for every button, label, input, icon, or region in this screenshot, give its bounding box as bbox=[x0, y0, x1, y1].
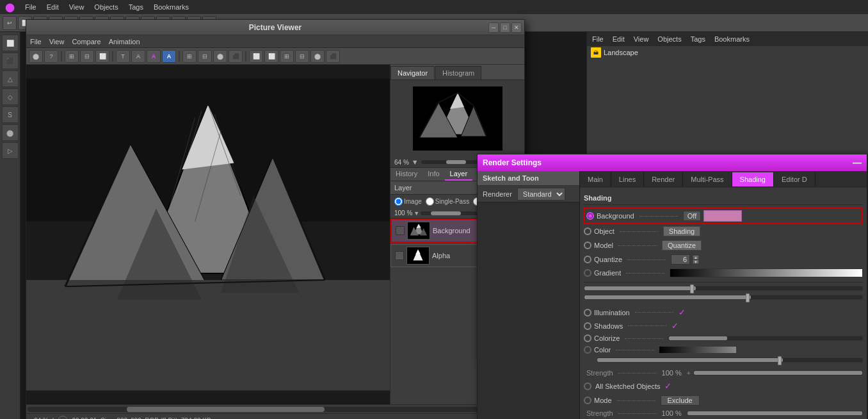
rs-illumination-radio[interactable] bbox=[584, 309, 591, 316]
rs-shadows-radio[interactable] bbox=[584, 322, 591, 330]
pv-tb-btn-7[interactable]: A bbox=[131, 50, 145, 63]
tab-shading[interactable]: Shading bbox=[732, 172, 774, 186]
c4d-sb-icon-1[interactable]: ⬜ bbox=[2, 35, 19, 51]
pv-tb-btn-3[interactable]: ⊞ bbox=[65, 50, 79, 63]
rs-quantize-spin-dn[interactable]: ▼ bbox=[693, 259, 699, 264]
c4d-objmgr-menu-file[interactable]: File bbox=[592, 35, 604, 43]
c4d-sb-icon-5[interactable]: S bbox=[2, 106, 19, 123]
c4d-menu-file[interactable]: File bbox=[25, 3, 36, 11]
c4d-objmgr-menu-objects[interactable]: Objects bbox=[657, 35, 681, 43]
pv-close-button[interactable]: ✕ bbox=[511, 22, 522, 33]
rs-background-value-box[interactable] bbox=[703, 210, 742, 222]
tab-main[interactable]: Main bbox=[580, 172, 611, 186]
rs-colorize-radio[interactable] bbox=[584, 334, 591, 342]
rs-bottom-strength-slider[interactable] bbox=[687, 411, 863, 416]
rs-quantize-radio[interactable] bbox=[584, 256, 591, 263]
pv-tb-btn-13[interactable]: ⬛ bbox=[229, 50, 243, 63]
c4d-menu-bookmarks[interactable]: Bookmarks bbox=[154, 3, 189, 11]
rs-slider-thumb-1[interactable] bbox=[690, 284, 694, 293]
c4d-objmgr-menu-tags[interactable]: Tags bbox=[691, 35, 705, 43]
layer-visibility-check-bg[interactable] bbox=[396, 226, 405, 235]
rs-quantize-spin-up[interactable]: ▲ bbox=[693, 255, 699, 259]
pv-tb-btn-2[interactable]: ? bbox=[44, 50, 58, 63]
rs-background-off-btn[interactable]: Off bbox=[683, 211, 701, 221]
rs-shading-section-title: Shading bbox=[584, 192, 863, 205]
pv-minimize-button[interactable]: ─ bbox=[488, 22, 499, 33]
rs-slider-track-1[interactable] bbox=[584, 286, 863, 291]
c4d-objmgr-menu-view[interactable]: View bbox=[634, 35, 649, 43]
rs-color-gradient[interactable] bbox=[659, 347, 736, 353]
layer-opt-singlepass[interactable]: Single-Pass bbox=[426, 197, 469, 206]
pv-maximize-button[interactable]: □ bbox=[500, 22, 510, 33]
rs-colorize-track[interactable] bbox=[668, 336, 863, 341]
rs-strength-fill bbox=[694, 371, 862, 375]
pv-tb-btn-11[interactable]: ⊟ bbox=[198, 50, 212, 63]
rs-slider-track-2[interactable] bbox=[584, 295, 863, 300]
rs-color-slider-track[interactable] bbox=[597, 357, 863, 363]
rs-slider-thumb-2[interactable] bbox=[746, 293, 750, 302]
c4d-sb-icon-3[interactable]: △ bbox=[2, 70, 19, 87]
c4d-objmgr-menu-bookmarks[interactable]: Bookmarks bbox=[714, 35, 750, 43]
c4d-objmgr-menu-edit[interactable]: Edit bbox=[613, 35, 625, 43]
pv-tb-btn-18[interactable]: ⬤ bbox=[310, 50, 325, 63]
rs-strength-slider[interactable] bbox=[693, 370, 863, 375]
pv-menubar: File View Compare Animation bbox=[26, 35, 524, 48]
c4d-menu-edit[interactable]: Edit bbox=[47, 3, 59, 11]
pv-tb-btn-10[interactable]: ⊞ bbox=[182, 50, 197, 63]
pv-tb-btn-1[interactable]: ⬤ bbox=[29, 50, 43, 63]
layer-visibility-check-alpha[interactable] bbox=[395, 251, 404, 260]
pv-scroll-track[interactable] bbox=[28, 407, 523, 412]
pv-tb-btn-8[interactable]: A bbox=[147, 50, 161, 63]
rs-all-sketched-radio[interactable] bbox=[584, 382, 591, 390]
rs-renderer-select[interactable]: Standard bbox=[517, 188, 565, 201]
layer-opt-image[interactable]: Image bbox=[394, 197, 422, 206]
pv-menu-file[interactable]: File bbox=[30, 38, 42, 45]
tab-render[interactable]: Render bbox=[644, 172, 683, 186]
rs-color-slider-thumb[interactable] bbox=[778, 356, 782, 365]
pv-tb-btn-5[interactable]: ⬜ bbox=[95, 50, 109, 63]
rs-background-radio[interactable] bbox=[586, 212, 594, 220]
pv-hscrollbar[interactable] bbox=[26, 404, 524, 413]
rs-mode-radio[interactable] bbox=[584, 397, 591, 404]
tab-info[interactable]: Info bbox=[422, 168, 444, 181]
rs-quantize-value[interactable] bbox=[671, 254, 690, 265]
pv-tb-btn-19[interactable]: ⬛ bbox=[326, 50, 340, 63]
tab-navigator[interactable]: Navigator bbox=[390, 66, 435, 79]
pv-tb-btn-14[interactable]: ⬜ bbox=[249, 50, 263, 63]
layer-thumb-background bbox=[407, 222, 430, 240]
tab-lines[interactable]: Lines bbox=[611, 172, 644, 186]
pv-tb-btn-15[interactable]: ⬜ bbox=[264, 50, 278, 63]
c4d-obj-landscape[interactable]: 🏔 Landscape bbox=[587, 46, 868, 59]
rs-model-radio[interactable] bbox=[584, 242, 591, 249]
tab-editor-d[interactable]: Editor D bbox=[774, 172, 816, 186]
rs-gradient-preview[interactable] bbox=[670, 268, 863, 277]
c4d-menu-view[interactable]: View bbox=[69, 3, 84, 11]
c4d-menu-objects[interactable]: Objects bbox=[94, 3, 118, 11]
rs-object-radio[interactable] bbox=[584, 227, 591, 235]
c4d-sb-icon-6[interactable]: ⬤ bbox=[2, 124, 19, 141]
pv-menu-animation[interactable]: Animation bbox=[109, 38, 140, 45]
tab-histogram[interactable]: Histogram bbox=[435, 66, 481, 79]
tab-multi-pass[interactable]: Multi-Pass bbox=[683, 172, 732, 186]
pv-play-button[interactable]: ▶ bbox=[58, 416, 68, 420]
c4d-menu-tags[interactable]: Tags bbox=[129, 3, 143, 11]
undo-button[interactable]: ↩ bbox=[3, 16, 17, 30]
c4d-sb-icon-4[interactable]: ◇ bbox=[2, 88, 19, 105]
pv-tb-btn-4[interactable]: ⊟ bbox=[80, 50, 94, 63]
rs-close-button[interactable]: — bbox=[853, 158, 862, 168]
rs-color-radio[interactable] bbox=[584, 346, 591, 354]
pv-tb-btn-9[interactable]: A bbox=[162, 50, 176, 63]
pv-tb-btn-17[interactable]: ⊟ bbox=[295, 50, 309, 63]
tab-layer[interactable]: Layer bbox=[445, 168, 473, 181]
pv-tb-btn-6[interactable]: T bbox=[116, 50, 130, 63]
pv-menu-compare[interactable]: Compare bbox=[72, 38, 100, 45]
pv-tb-btn-12[interactable]: ⬤ bbox=[213, 50, 227, 63]
pv-main-image[interactable] bbox=[26, 65, 390, 404]
pv-menu-view[interactable]: View bbox=[49, 38, 65, 45]
c4d-sb-icon-7[interactable]: ▷ bbox=[2, 142, 19, 159]
pv-tb-btn-16[interactable]: ⊞ bbox=[280, 50, 294, 63]
rs-gradient-radio[interactable] bbox=[584, 269, 591, 277]
tab-history[interactable]: History bbox=[390, 168, 422, 181]
c4d-sb-icon-2[interactable]: ⬛ bbox=[2, 53, 19, 69]
rs-exclude-button[interactable]: Exclude bbox=[661, 395, 700, 406]
